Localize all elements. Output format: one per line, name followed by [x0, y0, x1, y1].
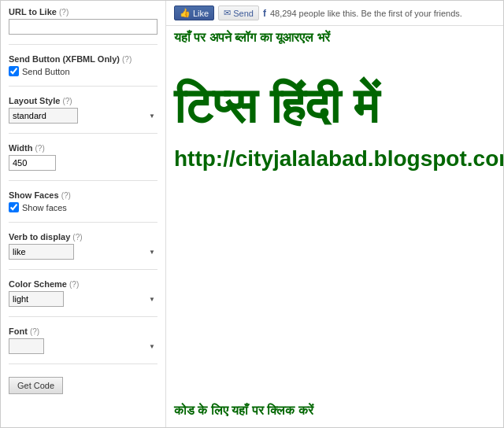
verb-label: Verb to display (?) — [9, 232, 158, 242]
hindi-code-hint: कोड के लिए यहाँ पर क्लिक करें — [174, 404, 313, 418]
layout-style-select-wrapper: standard button_count box_count ▼ — [9, 108, 158, 124]
show-faces-checkbox[interactable] — [9, 202, 19, 212]
right-panel: 👍 Like ✉ Send f 48,294 people like this.… — [166, 1, 503, 427]
width-group: Width (?) — [9, 143, 158, 171]
url-input[interactable] — [9, 19, 158, 35]
send-button-group: Send Button (XFBML Only) (?) Send Button — [9, 54, 158, 76]
fb-count-text: 48,294 people like this. Be the first of… — [270, 9, 462, 18]
verb-arrow-icon: ▼ — [149, 249, 155, 256]
left-panel: URL to Like (?) Send Button (XFBML Only)… — [1, 1, 166, 427]
divider-7 — [9, 316, 158, 317]
fb-like-bar: 👍 Like ✉ Send f 48,294 people like this.… — [166, 1, 503, 26]
width-label: Width (?) — [9, 143, 158, 153]
verb-group: Verb to display (?) like recommend ▼ — [9, 232, 158, 260]
divider-3 — [9, 133, 158, 134]
color-scheme-label: Color Scheme (?) — [9, 279, 158, 289]
font-label: Font (?) — [9, 327, 158, 336]
main-container: URL to Like (?) Send Button (XFBML Only)… — [0, 0, 504, 428]
divider-8 — [9, 363, 158, 364]
verb-select[interactable]: like recommend — [9, 244, 74, 260]
divider-6 — [9, 269, 158, 270]
fb-like-button[interactable]: 👍 Like — [174, 6, 214, 20]
font-select-wrapper: ▼ — [9, 338, 158, 354]
send-button-checkbox-row: Send Button — [9, 66, 158, 76]
hindi-large-text: टिप्स हिंदी में — [174, 79, 379, 133]
divider-5 — [9, 222, 158, 223]
font-group: Font (?) ▼ — [9, 327, 158, 354]
send-button-checkbox[interactable] — [9, 66, 19, 76]
width-input[interactable] — [9, 155, 56, 171]
layout-style-select[interactable]: standard button_count box_count — [9, 108, 78, 124]
send-button-label: Send Button (XFBML Only) (?) — [9, 54, 158, 64]
fb-logo: f — [263, 8, 266, 19]
url-group: URL to Like (?) — [9, 7, 158, 35]
divider-4 — [9, 180, 158, 181]
thumbs-up-icon: 👍 — [180, 8, 191, 18]
font-arrow-icon: ▼ — [149, 343, 155, 350]
divider-2 — [9, 86, 158, 87]
color-scheme-select[interactable]: light dark — [9, 291, 64, 307]
divider-1 — [9, 44, 158, 45]
layout-style-label: Layout Style (?) — [9, 96, 158, 105]
fb-send-button[interactable]: ✉ Send — [218, 6, 259, 20]
color-scheme-group: Color Scheme (?) light dark ▼ — [9, 279, 158, 307]
color-scheme-arrow-icon: ▼ — [149, 296, 155, 303]
verb-select-wrapper: like recommend ▼ — [9, 244, 158, 260]
layout-style-arrow-icon: ▼ — [149, 113, 155, 120]
show-faces-group: Show Faces (?) Show faces — [9, 190, 158, 212]
hindi-url-text: http://cityjalalabad.blogspot.com/ — [174, 146, 503, 172]
url-label: URL to Like (?) — [9, 7, 158, 17]
hindi-url-hint: यहाँ पर अपने ब्लॉग का यूआरएल भरें — [174, 31, 330, 45]
send-icon: ✉ — [224, 8, 231, 18]
show-faces-checkbox-row: Show faces — [9, 202, 158, 212]
color-scheme-select-wrapper: light dark ▼ — [9, 291, 158, 307]
show-faces-label: Show Faces (?) — [9, 190, 158, 200]
font-select[interactable] — [9, 338, 44, 354]
layout-style-group: Layout Style (?) standard button_count b… — [9, 96, 158, 124]
get-code-button[interactable]: Get Code — [9, 377, 63, 394]
